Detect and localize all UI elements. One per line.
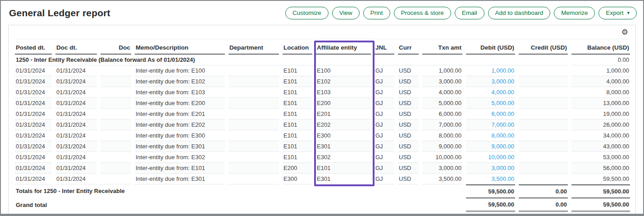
table-row: 01/31/202401/31/2024Inter-entity due fro… <box>15 109 630 119</box>
cell-txn: 6,000.00 <box>422 109 462 119</box>
cell-jnl: GJ <box>375 65 394 76</box>
button-label: Print <box>370 9 383 16</box>
table-row: 01/31/202401/31/2024Inter-entity due fro… <box>15 87 630 98</box>
debit-link[interactable]: 3,000.00 <box>466 76 515 87</box>
cell-balance: 1,000.00 <box>571 65 630 76</box>
cell-doc_dt: 01/31/2024 <box>55 163 97 174</box>
cell-memo: Inter-entity due from: E200 <box>135 98 225 109</box>
cell-doc_dt: 01/31/2024 <box>55 130 97 141</box>
print-button[interactable]: Print <box>363 7 390 19</box>
cell-affiliate: E100 <box>316 65 371 76</box>
cell-doc <box>100 163 131 174</box>
cell-affiliate: E301 <box>316 141 371 152</box>
cell-affiliate: E200 <box>316 98 371 109</box>
debit-link[interactable]: 3,000.00 <box>466 163 515 174</box>
debit-link[interactable]: 9,000.00 <box>466 141 515 152</box>
process-store-button[interactable]: Process & store <box>394 7 451 19</box>
cell-affiliate: E302 <box>316 152 371 163</box>
cell-posted: 01/31/2024 <box>15 109 52 119</box>
cell-jnl: GJ <box>375 98 394 109</box>
cell-affiliate: E300 <box>316 130 371 141</box>
cell-posted: 01/31/2024 <box>15 130 52 141</box>
cell-department <box>228 76 279 87</box>
cell-doc_dt: 01/31/2024 <box>55 109 97 119</box>
cell-location: E101 <box>283 141 312 152</box>
cell-affiliate: E103 <box>316 87 371 98</box>
cell-balance: 4,000.00 <box>571 76 630 87</box>
cell-jnl: GJ <box>375 119 394 130</box>
customize-button[interactable]: Customize <box>285 7 329 19</box>
cell-memo: Inter-entity due from: E300 <box>135 130 225 141</box>
cell-location: E101 <box>283 65 312 76</box>
cell-posted: 01/31/2024 <box>15 152 52 163</box>
cell-memo: Inter-entity due from: E103 <box>135 87 225 98</box>
button-label: Email <box>462 9 477 16</box>
cell-doc <box>100 141 131 152</box>
cell-posted: 01/31/2024 <box>15 141 52 152</box>
cell-department <box>228 174 279 184</box>
debit-link[interactable]: 4,000.00 <box>466 87 515 98</box>
cell-department <box>228 87 279 98</box>
debit-link[interactable]: 7,000.00 <box>466 119 515 130</box>
cell-credit <box>519 76 568 87</box>
view-button[interactable]: View <box>332 7 360 19</box>
cell-affiliate: E102 <box>316 76 371 87</box>
add-to-dashboard-button[interactable]: Add to dashboard <box>488 7 551 19</box>
cell-doc <box>100 87 131 98</box>
cell-doc <box>100 152 131 163</box>
button-label: Memorize <box>561 9 588 16</box>
cell-posted: 01/31/2024 <box>15 119 52 130</box>
cell-balance: 26,000.00 <box>571 119 630 130</box>
total-credit: 0.00 <box>519 198 568 212</box>
cell-balance: 34,000.00 <box>571 130 630 141</box>
cell-doc <box>100 98 131 109</box>
cell-credit <box>519 109 568 119</box>
cell-txn: 9,000.00 <box>422 141 462 152</box>
cell-jnl: GJ <box>375 152 394 163</box>
debit-link[interactable]: 8,000.00 <box>466 130 515 141</box>
gear-icon[interactable]: ⚙ <box>621 28 628 36</box>
cell-curr: USD <box>398 109 419 119</box>
table-row: 01/31/202401/31/2024Inter-entity due fro… <box>15 174 630 184</box>
cell-txn: 1,000.00 <box>422 65 462 76</box>
general-ledger-table: Posted dt.Doc dt.DocMemo/DescriptionDepa… <box>11 40 634 212</box>
cell-curr: USD <box>398 141 419 152</box>
cell-posted: 01/31/2024 <box>15 76 52 87</box>
cell-location: E101 <box>283 130 312 141</box>
debit-link[interactable]: 5,000.00 <box>466 98 515 109</box>
email-button[interactable]: Email <box>455 7 484 19</box>
cell-balance: 53,000.00 <box>571 152 630 163</box>
table-header-row: Posted dt.Doc dt.DocMemo/DescriptionDepa… <box>15 40 630 55</box>
cell-curr: USD <box>398 119 419 130</box>
cell-doc <box>100 130 131 141</box>
cell-memo: Inter-entity due from: E301 <box>135 141 225 152</box>
button-label: Add to dashboard <box>495 9 544 16</box>
cell-curr: USD <box>398 174 419 184</box>
debit-link[interactable]: 6,000.00 <box>466 109 515 119</box>
cell-curr: USD <box>398 152 419 163</box>
cell-department <box>228 98 279 109</box>
table-row: 01/31/202401/31/2024Inter-entity due fro… <box>15 130 630 141</box>
grand-total-row: Grand total59,500.000.0059,500.00 <box>15 198 630 212</box>
cell-curr: USD <box>398 130 419 141</box>
total-credit: 0.00 <box>519 184 568 198</box>
cell-balance: 19,000.00 <box>571 109 630 119</box>
cell-memo: Inter-entity due from: E102 <box>135 76 225 87</box>
cell-memo: Inter-entity due from: E201 <box>135 109 225 119</box>
cell-department <box>228 152 279 163</box>
cell-doc_dt: 01/31/2024 <box>55 87 97 98</box>
cell-doc <box>100 109 131 119</box>
column-header-affiliate: Affiliate entity <box>316 40 371 55</box>
cell-location: E101 <box>283 119 312 130</box>
export-button[interactable]: Export▾ <box>598 7 637 19</box>
cell-jnl: GJ <box>375 109 394 119</box>
cell-doc <box>100 76 131 87</box>
memorize-button[interactable]: Memorize <box>554 7 595 19</box>
column-header-credit: Credit (USD) <box>519 40 568 55</box>
debit-link[interactable]: 3,500.00 <box>466 174 515 184</box>
cell-memo: Inter-entity due from: E202 <box>135 119 225 130</box>
button-label: Process & store <box>401 9 444 16</box>
cell-department <box>228 163 279 174</box>
debit-link[interactable]: 1,000.00 <box>466 65 515 76</box>
debit-link[interactable]: 10,000.00 <box>466 152 515 163</box>
